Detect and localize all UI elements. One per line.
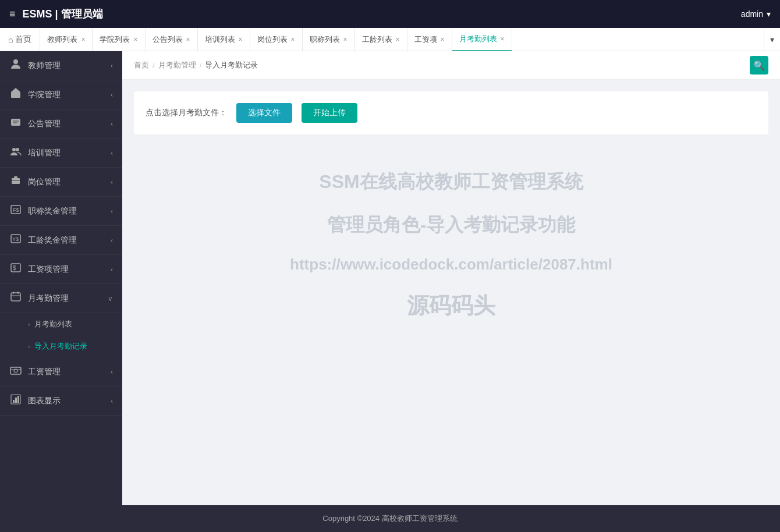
sidebar-college-label: 学院管理 <box>28 90 61 100</box>
sidebar-attendance-arrow: ∨ <box>108 295 113 303</box>
tab-more-icon: ▾ <box>770 35 774 44</box>
sidebar-sub-attendance-import[interactable]: › 导入月考勤记录 <box>0 335 122 357</box>
tab-training-list-label: 培训列表 <box>205 34 235 45</box>
watermark-line-4: 源码码头 <box>407 291 495 321</box>
college-icon <box>9 87 22 102</box>
sidebar-item-salary-mgmt[interactable]: 工资管理 ‹ <box>0 357 122 386</box>
svg-point-7 <box>12 148 16 151</box>
tab-training-list[interactable]: 培训列表 × <box>198 28 250 51</box>
sub-dot-icon: › <box>28 321 30 328</box>
tab-more-button[interactable]: ▾ <box>764 28 780 51</box>
salary-item-icon: $ <box>9 262 22 276</box>
sidebar-attendance-label: 月考勤管理 <box>28 293 69 304</box>
breadcrumb: 首页 / 月考勤管理 / 导入月考勤记录 <box>134 60 258 70</box>
svg-text:$: $ <box>13 265 16 271</box>
sidebar-item-training[interactable]: 培训管理 ‹ <box>0 139 122 168</box>
sidebar: 教师管理 ‹ 学院管理 ‹ 公告管理 ‹ <box>0 51 122 505</box>
tab-teacher-list-label: 教师列表 <box>47 34 77 45</box>
menu-toggle-button[interactable]: ≡ <box>9 8 16 20</box>
sidebar-salary-mgmt-arrow: ‹ <box>111 368 113 376</box>
tab-salary-item-close[interactable]: × <box>441 36 445 44</box>
sidebar-title-bonus-arrow: ‹ <box>111 207 113 215</box>
position-icon <box>9 175 22 189</box>
svg-rect-18 <box>11 293 20 301</box>
sidebar-item-title-bonus[interactable]: F$ 职称奖金管理 ‹ <box>0 197 122 226</box>
tab-notice-list-close[interactable]: × <box>186 36 190 44</box>
tab-seniority-list-close[interactable]: × <box>396 36 400 44</box>
tab-position-list-label: 岗位列表 <box>257 34 288 45</box>
sidebar-notice-label: 公告管理 <box>28 119 61 129</box>
sidebar-item-attendance[interactable]: 月考勤管理 ∨ <box>0 284 122 313</box>
tab-attendance-list-label: 月考勤列表 <box>459 34 497 44</box>
salary-mgmt-icon <box>9 364 22 379</box>
tab-seniority-list-label: 工龄列表 <box>362 34 392 45</box>
breadcrumb-attendance-mgmt[interactable]: 月考勤管理 <box>158 60 196 70</box>
seniority-bonus-icon: Y$ <box>9 233 22 247</box>
tab-college-list-close[interactable]: × <box>133 36 137 44</box>
svg-rect-26 <box>13 400 15 403</box>
tab-salary-item-label: 工资项 <box>414 34 437 45</box>
sidebar-salary-mgmt-label: 工资管理 <box>28 367 61 377</box>
sidebar-item-chart[interactable]: 图表显示 ‹ <box>0 386 122 416</box>
sidebar-sub-attendance-import-label: 导入月考勤记录 <box>34 341 87 352</box>
tab-college-list-label: 学院列表 <box>100 34 130 45</box>
user-dropdown-arrow: ▾ <box>767 9 771 19</box>
tab-seniority-list[interactable]: 工龄列表 × <box>355 28 407 51</box>
breadcrumb-search-button[interactable]: 🔍 <box>750 56 768 75</box>
sidebar-training-label: 培训管理 <box>28 148 61 158</box>
svg-rect-3 <box>15 94 17 98</box>
user-menu[interactable]: admin ▾ <box>741 9 771 19</box>
sub-dot-icon-2: › <box>28 343 30 350</box>
select-file-button[interactable]: 选择文件 <box>236 103 292 123</box>
sidebar-sub-attendance-list[interactable]: › 月考勤列表 <box>0 313 122 335</box>
svg-rect-28 <box>17 396 19 403</box>
notice-icon <box>9 116 22 131</box>
start-upload-button[interactable]: 开始上传 <box>302 103 357 123</box>
svg-rect-10 <box>14 176 17 178</box>
sidebar-item-notice[interactable]: 公告管理 ‹ <box>0 109 122 139</box>
sidebar-item-position[interactable]: 岗位管理 ‹ <box>0 168 122 197</box>
breadcrumb-home[interactable]: 首页 <box>134 60 149 70</box>
attendance-icon <box>9 291 22 306</box>
header-left: ≡ ESMS | 管理员端 <box>9 7 103 21</box>
training-icon <box>9 146 22 160</box>
home-icon: ⌂ <box>8 35 13 44</box>
sidebar-item-seniority-bonus[interactable]: Y$ 工龄奖金管理 ‹ <box>0 226 122 255</box>
svg-rect-4 <box>11 119 20 126</box>
sidebar-salary-item-arrow: ‹ <box>111 265 113 274</box>
top-header: ≡ ESMS | 管理员端 admin ▾ <box>0 0 780 28</box>
tab-teacher-list[interactable]: 教师列表 × <box>40 28 93 51</box>
sidebar-item-salary-item[interactable]: $ 工资项管理 ‹ <box>0 255 122 284</box>
tab-home[interactable]: ⌂ 首页 <box>0 28 40 51</box>
tab-title-list-close[interactable]: × <box>343 36 348 44</box>
tab-training-list-close[interactable]: × <box>239 36 243 44</box>
tab-bar: ⌂ 首页 教师列表 × 学院列表 × 公告列表 × 培训列表 × 岗位列表 × … <box>0 28 780 51</box>
sidebar-salary-item-label: 工资项管理 <box>28 264 69 275</box>
tab-attendance-list[interactable]: 月考勤列表 × <box>452 28 512 51</box>
username-label: admin <box>741 9 763 19</box>
sidebar-item-college[interactable]: 学院管理 ‹ <box>0 80 122 109</box>
svg-rect-22 <box>10 367 21 374</box>
tab-college-list[interactable]: 学院列表 × <box>93 28 145 51</box>
sidebar-training-arrow: ‹ <box>111 149 113 157</box>
sidebar-college-arrow: ‹ <box>111 91 113 99</box>
tab-position-list[interactable]: 岗位列表 × <box>250 28 303 51</box>
sidebar-position-label: 岗位管理 <box>28 177 61 187</box>
sidebar-position-arrow: ‹ <box>111 178 113 186</box>
sidebar-chart-label: 图表显示 <box>28 396 61 406</box>
tab-teacher-list-close[interactable]: × <box>81 36 85 44</box>
tab-salary-item[interactable]: 工资项 × <box>407 28 452 51</box>
tab-notice-list[interactable]: 公告列表 × <box>146 28 198 51</box>
tab-position-list-close[interactable]: × <box>291 36 295 44</box>
breadcrumb-current: 导入月考勤记录 <box>205 60 258 70</box>
footer-text: Copyright ©2024 高校教师工资管理系统 <box>322 514 457 523</box>
svg-point-0 <box>13 59 18 64</box>
sidebar-teacher-arrow: ‹ <box>111 62 113 70</box>
tab-attendance-list-close[interactable]: × <box>501 35 505 43</box>
sidebar-item-teacher[interactable]: 教师管理 ‹ <box>0 51 122 80</box>
upload-label: 点击选择月考勤文件： <box>146 108 227 118</box>
tab-title-list-label: 职称列表 <box>310 34 340 45</box>
svg-rect-27 <box>15 398 17 403</box>
svg-rect-9 <box>12 178 20 184</box>
tab-title-list[interactable]: 职称列表 × <box>303 28 355 51</box>
